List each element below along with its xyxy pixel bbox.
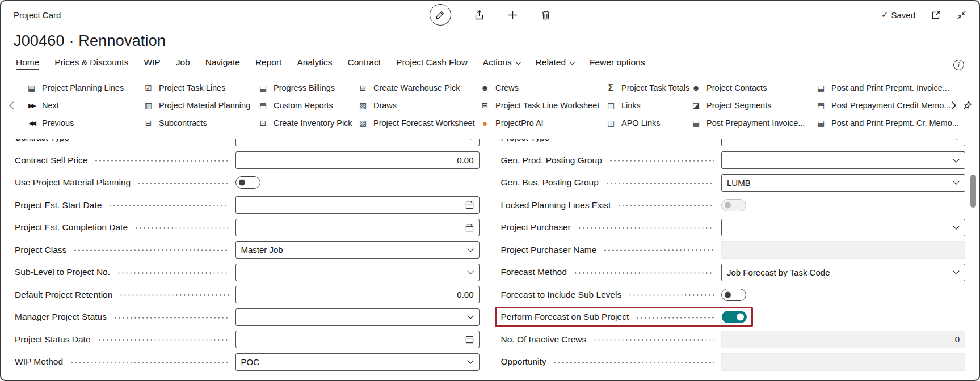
tab-fewer-options[interactable]: Fewer options	[590, 57, 645, 75]
projectpro-ai-icon: ●	[480, 119, 490, 128]
ribbon-project-task-lines[interactable]: ☑Project Task Lines	[143, 83, 258, 92]
tab-related[interactable]: Related	[536, 57, 574, 75]
ribbon-apo-links[interactable]: ◫APO Links	[605, 118, 691, 128]
ribbon-projectpro-ai[interactable]: ●ProjectPro AI	[480, 118, 605, 128]
ribbon-project-forecast-worksheet[interactable]: ▨Project Forecast Worksheet	[357, 118, 480, 128]
field-label: Opportunity	[501, 357, 546, 367]
project-est-completion-date-row: Project Est. Completion Date	[15, 217, 480, 239]
segments-icon: ◪	[691, 101, 701, 109]
contract-type-select[interactable]	[235, 139, 480, 146]
field-label: Contract Type	[15, 139, 69, 143]
trash-icon	[541, 10, 551, 20]
dotted-leader	[137, 183, 228, 184]
project-est-completion-date-input[interactable]	[241, 223, 461, 232]
perform-forecast-on-sub-project-row: Perform Forecast on Sub Project	[501, 306, 966, 329]
calendar-icon[interactable]	[465, 201, 474, 209]
post-print-prepmt-cr-memo-icon: ▤	[815, 119, 826, 127]
perform-forecast-on-sub-project-toggle[interactable]	[722, 311, 747, 323]
dotted-leader	[108, 205, 228, 206]
material-planning-icon: ▥	[143, 101, 154, 109]
ribbon-previous[interactable]: ◀◀Previous	[26, 118, 143, 128]
info-icon[interactable]: i	[953, 60, 964, 70]
tab-report[interactable]: Report	[255, 57, 282, 75]
opportunity-row: Opportunity	[501, 351, 966, 374]
forecast-to-include-sub-levels-toggle[interactable]	[721, 289, 746, 301]
forecast-method-select[interactable]: Job Forecast by Task Code	[721, 264, 965, 281]
project-purchaser-name-field	[721, 241, 965, 259]
ribbon-project-planning-lines[interactable]: ▦Project Planning Lines	[26, 83, 143, 92]
save-status: ✓Saved	[881, 10, 915, 20]
project-purchaser-select[interactable]	[721, 219, 965, 236]
pin-icon[interactable]	[963, 101, 972, 110]
ribbon-project-contacts[interactable]: ☻Project Contacts	[691, 83, 815, 92]
ribbon-draws[interactable]: ▧Draws	[357, 101, 480, 110]
tab-project-cash-flow[interactable]: Project Cash Flow	[396, 57, 468, 75]
tab-wip[interactable]: WIP	[144, 57, 160, 75]
field-label: Project Purchaser Name	[501, 245, 597, 255]
dotted-leader	[609, 160, 714, 162]
tab-actions[interactable]: Actions	[483, 57, 520, 75]
manager-project-status-select[interactable]	[235, 308, 480, 326]
dotted-leader	[605, 183, 714, 184]
field-label: Project Est. Completion Date	[15, 222, 128, 232]
project-type-select[interactable]	[721, 139, 965, 146]
ribbon-create-warehouse-pick[interactable]: ⊞Create Warehouse Pick	[357, 83, 480, 92]
share-button[interactable]	[474, 10, 485, 20]
ribbon-post-print-prepmt-cr-memo[interactable]: ▤Post and Print Prepmt. Cr. Memo...	[815, 118, 959, 128]
dotted-leader	[113, 317, 229, 319]
collapse-button[interactable]	[957, 10, 966, 20]
ribbon-links[interactable]: ◫Links	[605, 101, 691, 110]
field-label: No. Of Inactive Crews	[501, 335, 587, 345]
tab-job[interactable]: Job	[176, 57, 190, 75]
sub-level-to-project-no-select[interactable]	[235, 264, 480, 281]
project-purchaser-name-row: Project Purchaser Name	[501, 239, 966, 261]
ribbon-create-inventory-pick[interactable]: ⊡Create Inventory Pick	[258, 118, 357, 128]
project-class-select[interactable]: Master Job	[235, 241, 480, 259]
dotted-leader	[574, 272, 714, 274]
gen-bus-posting-group-row: Gen. Bus. Posting GroupLUMB	[501, 172, 966, 194]
ribbon-project-task-line-worksheet[interactable]: ⊞Project Task Line Worksheet	[480, 101, 605, 110]
ribbon-project-segments[interactable]: ◪Project Segments	[691, 101, 815, 110]
field-label: Forecast to Include Sub Levels	[501, 290, 622, 300]
action-ribbon: ▦Project Planning Lines ☑Project Task Li…	[1, 75, 979, 136]
project-status-date-input[interactable]	[241, 335, 461, 344]
ribbon-scroll-left-icon[interactable]	[9, 101, 17, 109]
ribbon-project-task-totals[interactable]: ΣProject Task Totals	[605, 83, 691, 92]
ribbon-post-prepayment-credit-memo[interactable]: ▤Post Prepayment Credit Memo...	[815, 101, 959, 110]
edit-button[interactable]	[430, 4, 451, 26]
ribbon-next[interactable]: ▶▶Next	[26, 101, 143, 110]
gen-bus-posting-group-select[interactable]: LUMB	[721, 174, 965, 192]
default-project-retention-input[interactable]	[235, 286, 480, 303]
calendar-icon[interactable]	[465, 223, 474, 232]
contract-sell-price-input[interactable]	[235, 151, 480, 169]
ribbon-post-prepayment-invoice[interactable]: ▤Post Prepayment Invoice...	[691, 118, 815, 128]
tab-contract[interactable]: Contract	[347, 57, 381, 75]
open-in-new-window-button[interactable]	[931, 10, 941, 20]
post-prepayment-invoice-icon: ▤	[691, 119, 701, 127]
dotted-leader	[578, 227, 714, 229]
planning-lines-icon: ▦	[26, 84, 37, 92]
project-est-start-date-input[interactable]	[241, 200, 461, 210]
ribbon-project-material-planning[interactable]: ▥Project Material Planning	[143, 101, 258, 110]
ribbon-custom-reports[interactable]: ▤Custom Reports	[258, 101, 357, 110]
tab-home[interactable]: Home	[16, 57, 39, 75]
wip-method-select[interactable]: POC	[235, 353, 480, 371]
delete-button[interactable]	[541, 10, 551, 20]
post-print-prepmt-invoice-icon: ▤	[815, 84, 826, 92]
ribbon-subcontracts[interactable]: ⊟Subcontracts	[143, 118, 258, 128]
tab-navigate[interactable]: Navigate	[205, 57, 240, 75]
tab-prices-discounts[interactable]: Prices & Discounts	[54, 57, 128, 75]
scrollbar-thumb[interactable]	[970, 175, 976, 208]
ribbon-progress-billings[interactable]: ▤Progress Billings	[258, 83, 357, 92]
top-right-controls: ✓Saved	[881, 10, 966, 20]
field-label: Use Project Material Planning	[15, 177, 131, 188]
ribbon-crews[interactable]: ☻Crews	[480, 83, 605, 92]
ribbon-post-print-prepmt-invoice[interactable]: ▤Post and Print Prepmt. Invoice...	[815, 83, 959, 92]
task-line-worksheet-icon: ⊞	[480, 101, 490, 109]
new-button[interactable]	[507, 10, 518, 20]
tab-analytics[interactable]: Analytics	[297, 57, 332, 75]
calendar-icon[interactable]	[465, 335, 474, 344]
gen-prod-posting-group-select[interactable]	[721, 151, 965, 169]
use-project-material-planning-toggle[interactable]	[235, 176, 260, 189]
apo-links-icon: ◫	[605, 119, 616, 127]
